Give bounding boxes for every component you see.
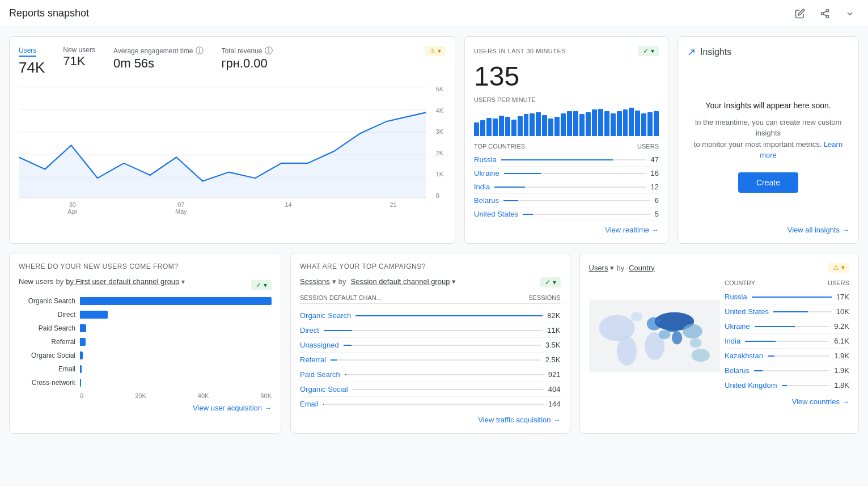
x-axis-labels: 30 Apr 07 May 14 21 <box>19 201 446 215</box>
hbar-label: Cross-network <box>19 379 75 387</box>
mini-bar <box>617 111 622 136</box>
new-users-status-badge[interactable]: ✓ ▾ <box>251 280 272 290</box>
page-header: Reports snapshot <box>0 0 868 27</box>
realtime-status-badge[interactable]: ✓ ▾ <box>638 46 659 56</box>
realtime-header: USERS IN LAST 30 MINUTES ✓ ▾ <box>474 46 659 56</box>
mini-bar <box>635 111 640 136</box>
channel-name[interactable]: Paid Search <box>300 370 340 379</box>
top-countries-label: TOP COUNTRIES <box>474 143 525 150</box>
metric-engagement: Average engagement time ⓘ 0m 56s <box>113 46 204 77</box>
warning-dropdown-arrow: ▾ <box>438 47 441 55</box>
new-users-dropdown[interactable]: ▾ <box>181 278 185 286</box>
campaign-row: Direct 11K <box>300 323 561 338</box>
hbar-label: Organic Search <box>19 297 75 305</box>
view-traffic-acquisition-link[interactable]: View traffic acquisition → <box>300 416 561 424</box>
map-svg <box>589 280 721 393</box>
country-table-right: COUNTRY USERS Russia 17K United States 1… <box>725 280 849 393</box>
users-value: 74K <box>19 59 45 77</box>
hbar-row: Email <box>19 365 272 373</box>
channel-bar-track <box>355 315 543 316</box>
engagement-info-icon[interactable]: ⓘ <box>196 46 204 56</box>
revenue-value: грн.0.00 <box>222 56 273 71</box>
world-country-name[interactable]: United Kingdom <box>725 381 777 389</box>
hbar-fill <box>80 352 83 359</box>
country-name[interactable]: Russia <box>474 155 497 164</box>
mini-bar <box>586 112 591 136</box>
svg-point-2 <box>826 15 829 18</box>
check-icon: ✓ <box>643 47 649 55</box>
mini-bar <box>567 111 572 136</box>
new-users-label: New users <box>63 46 95 54</box>
mini-bar <box>641 113 646 136</box>
mini-bar <box>542 115 547 136</box>
country-name[interactable]: India <box>474 183 490 191</box>
edit-button[interactable] <box>791 5 809 23</box>
world-map <box>589 280 721 393</box>
world-country-name[interactable]: Kazakhstan <box>725 352 763 360</box>
metrics-header: Users 74K New users 71K Average engageme… <box>19 46 446 81</box>
channel-name[interactable]: Organic Search <box>300 311 351 320</box>
channel-name[interactable]: Unassigned <box>300 341 339 349</box>
hbar-track <box>80 311 272 319</box>
world-country-name[interactable]: Belarus <box>725 366 750 375</box>
metric-new-users: New users 71K <box>63 46 95 77</box>
y-label-5k: 5K <box>436 86 443 92</box>
campaign-row: Email 144 <box>300 397 561 411</box>
badge-dropdown-2: ▾ <box>264 281 267 289</box>
country-bar-track <box>503 200 650 201</box>
channel-name[interactable]: Email <box>300 400 319 408</box>
insights-desc: In the meantime, you can create new cust… <box>687 117 849 161</box>
users-label[interactable]: Users <box>19 46 36 57</box>
view-countries-link[interactable]: View countries → <box>589 397 850 406</box>
country-name[interactable]: Ukraine <box>474 169 499 177</box>
world-country-row: Russia 17K <box>725 290 849 304</box>
channel-bar-track <box>324 330 543 331</box>
world-country-name[interactable]: India <box>725 337 740 345</box>
create-button[interactable]: Create <box>738 172 798 193</box>
campaigns-rows: Organic Search 82K Direct 11K Unassigned… <box>300 308 561 411</box>
view-realtime-link[interactable]: View realtime → <box>474 226 659 234</box>
country-count: 16 <box>651 169 659 177</box>
world-country-name[interactable]: United States <box>725 307 769 316</box>
view-user-acquisition-link[interactable]: View user acquisition → <box>19 404 272 412</box>
world-country-value: 9.2K <box>834 322 849 331</box>
world-warning-badge[interactable]: ⚠ ▾ <box>828 262 849 273</box>
channel-name[interactable]: Referral <box>300 355 326 364</box>
mini-bar <box>654 111 659 136</box>
country-name[interactable]: United States <box>474 210 518 218</box>
world-country-bar <box>773 311 808 312</box>
campaigns-status-badge[interactable]: ✓ ▾ <box>540 277 561 287</box>
metric-revenue: Total revenue ⓘ грн.0.00 <box>222 46 273 77</box>
realtime-number: 135 <box>474 61 659 92</box>
view-all-insights-link[interactable]: View all insights → <box>687 226 849 234</box>
y-label-4k: 4K <box>436 107 443 114</box>
channel-name[interactable]: Direct <box>300 326 319 334</box>
country-bar-track <box>494 187 646 188</box>
world-country-name[interactable]: Ukraine <box>725 322 750 331</box>
mini-bar <box>561 113 566 136</box>
insights-icon: ↗ <box>687 46 696 58</box>
channel-bar <box>345 374 347 375</box>
campaign-row: Organic Search 82K <box>300 308 561 323</box>
svg-point-20 <box>671 331 682 344</box>
revenue-label-row: Total revenue ⓘ <box>222 46 273 56</box>
channel-name[interactable]: Organic Social <box>300 385 348 393</box>
more-button[interactable] <box>841 5 859 23</box>
share-button[interactable] <box>816 5 834 23</box>
world-country-bar <box>768 355 774 357</box>
mini-bar <box>499 116 504 136</box>
campaign-row: Unassigned 3.5K <box>300 338 561 353</box>
mini-bar <box>518 116 523 136</box>
country-count: 12 <box>651 183 659 191</box>
revenue-info-icon[interactable]: ⓘ <box>265 46 273 56</box>
world-country-rows: Russia 17K United States 10K Ukraine 9.2… <box>725 290 849 392</box>
warning-badge[interactable]: ⚠ ▾ <box>425 46 446 56</box>
x-label-apr30: 30 Apr <box>67 201 77 215</box>
world-country-value: 6.1K <box>834 337 849 345</box>
svg-line-3 <box>823 14 826 16</box>
mini-bar <box>524 114 529 136</box>
world-country-name[interactable]: Russia <box>725 293 747 301</box>
channel-bar-track <box>353 389 544 390</box>
country-name[interactable]: Belarus <box>474 196 499 205</box>
hbar-label: Organic Social <box>19 352 75 359</box>
